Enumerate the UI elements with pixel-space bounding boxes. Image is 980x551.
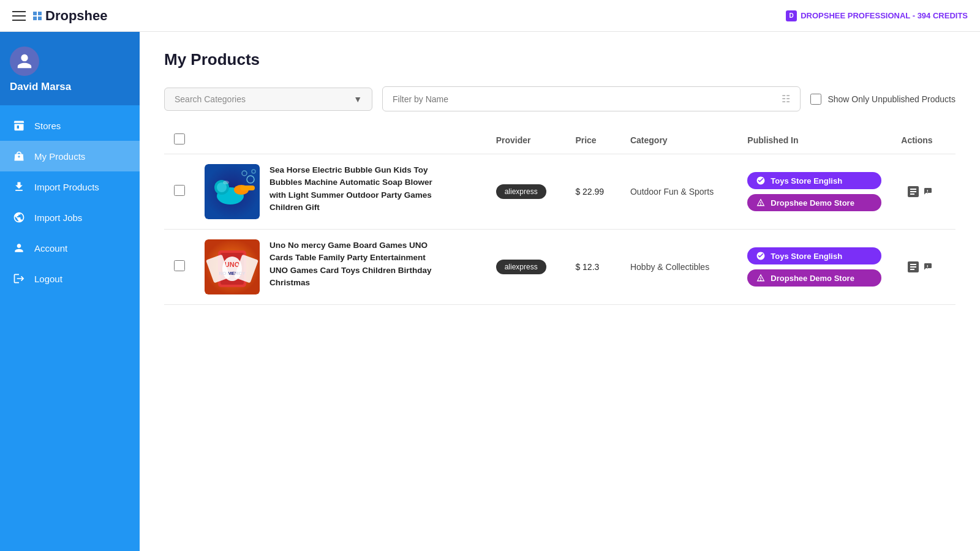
actions-icon (906, 184, 921, 199)
layout: David Marsa Stores My Products Import Pr… (0, 32, 980, 551)
sidebar-item-my-products[interactable]: My Products (0, 141, 140, 171)
published-badge[interactable]: Dropshee Demo Store (747, 194, 881, 211)
top-navigation: Dropshee D DROPSHEE PROFESSIONAL - 394 C… (0, 0, 980, 32)
actions-icon (906, 260, 921, 274)
sidebar: David Marsa Stores My Products Import Pr… (0, 32, 140, 551)
product-title: Uno No mercy Game Board Games UNO Cards … (270, 239, 441, 289)
sidebar-label-stores: Stores (34, 121, 61, 131)
sidebar-item-logout[interactable]: Logout (0, 263, 140, 294)
svg-rect-5 (240, 186, 255, 190)
sidebar-label-my-products: My Products (34, 151, 85, 162)
badge-label: Dropshee Demo Store (771, 198, 854, 208)
avatar (10, 47, 39, 76)
filters-bar: Search Categories ▼ ☷ Show Only Unpublis… (164, 86, 956, 111)
svg-text:UNO: UNO (225, 261, 240, 268)
col-category: Category (620, 126, 737, 154)
product-category: Outdoor Fun & Sports (630, 187, 714, 197)
brand-logo: Dropshee (33, 8, 107, 24)
sidebar-item-account[interactable]: Account (0, 233, 140, 263)
select-all-header (164, 126, 195, 154)
search-categories-dropdown[interactable]: Search Categories ▼ (164, 88, 372, 111)
select-all-checkbox[interactable] (174, 133, 185, 144)
action-button[interactable] (901, 256, 946, 278)
brand-icon (33, 12, 42, 20)
published-badges: Toys Store EnglishDropshee Demo Store (747, 172, 881, 211)
nav-right: D DROPSHEE PROFESSIONAL - 394 CREDITS (786, 10, 968, 21)
sidebar-label-account: Account (34, 243, 67, 253)
product-image (205, 164, 260, 219)
table-row: Sea Horse Electric Bubble Gun Kids Toy B… (164, 154, 956, 230)
product-price: $ 12.3 (575, 262, 599, 272)
sidebar-item-import-jobs[interactable]: Import Jobs (0, 202, 140, 233)
credits-icon: D (786, 10, 797, 21)
sidebar-item-stores[interactable]: Stores (0, 110, 140, 141)
provider-badge: aliexpress (496, 184, 546, 199)
sidebar-label-import-jobs: Import Jobs (34, 212, 82, 223)
chevron-down-icon: ▼ (353, 94, 362, 104)
sidebar-item-import-products[interactable]: Import Products (0, 171, 140, 202)
sidebar-label-logout: Logout (34, 274, 62, 284)
row-checkbox[interactable] (174, 260, 185, 271)
svg-point-9 (223, 181, 229, 184)
plan-label: DROPSHEE PROFESSIONAL - 394 CREDITS (801, 11, 968, 20)
col-published-in: Published In (737, 126, 891, 154)
product-category: Hobby & Collectibles (630, 262, 709, 272)
nav-left: Dropshee (12, 8, 107, 24)
product-cell: UNO NO MERCY Uno No mercy Game Board Gam… (205, 239, 477, 294)
products-table: Provider Price Category Published In Act… (164, 126, 956, 305)
table-row: UNO NO MERCY Uno No mercy Game Board Gam… (164, 230, 956, 305)
unpublished-checkbox[interactable] (810, 94, 821, 105)
add-icon (923, 187, 933, 197)
logout-icon (12, 272, 26, 285)
product-image: UNO NO MERCY (205, 239, 260, 294)
upload-icon (12, 180, 26, 193)
globe-icon (12, 211, 26, 224)
filter-icon: ☷ (782, 93, 790, 105)
published-badge[interactable]: Toys Store English (747, 172, 881, 189)
sidebar-label-import-products: Import Products (34, 182, 99, 192)
product-cell: Sea Horse Electric Bubble Gun Kids Toy B… (205, 164, 477, 219)
action-button[interactable] (901, 181, 946, 203)
badge-label: Dropshee Demo Store (771, 274, 854, 283)
sidebar-user: David Marsa (0, 32, 140, 105)
table-header: Provider Price Category Published In Act… (164, 126, 956, 154)
published-badge[interactable]: Dropshee Demo Store (747, 269, 881, 287)
main-content: My Products Search Categories ▼ ☷ Show O… (140, 32, 980, 551)
col-product (195, 126, 486, 154)
person-icon (12, 241, 26, 255)
page-title: My Products (164, 50, 956, 69)
bag-icon (12, 149, 26, 163)
col-price: Price (565, 126, 620, 154)
product-price: $ 22.99 (575, 187, 604, 197)
filter-by-name-container: ☷ (382, 86, 801, 111)
hamburger-menu[interactable] (12, 11, 26, 21)
badge-label: Toys Store English (771, 176, 842, 186)
badge-label: Toys Store English (771, 252, 842, 261)
filter-by-name-input[interactable] (393, 94, 777, 104)
col-actions: Actions (891, 126, 956, 154)
products-tbody: Sea Horse Electric Bubble Gun Kids Toy B… (164, 154, 956, 305)
product-title: Sea Horse Electric Bubble Gun Kids Toy B… (270, 164, 441, 214)
provider-badge: aliexpress (496, 260, 546, 274)
username: David Marsa (10, 81, 71, 93)
sidebar-nav: Stores My Products Import Products Impor… (0, 105, 140, 551)
unpublished-filter-label: Show Only Unpublished Products (810, 94, 956, 105)
credits-badge: D DROPSHEE PROFESSIONAL - 394 CREDITS (786, 10, 968, 21)
add-icon (923, 262, 933, 272)
row-checkbox[interactable] (174, 185, 185, 196)
published-badges: Toys Store EnglishDropshee Demo Store (747, 247, 881, 287)
store-icon (12, 119, 26, 132)
unpublished-label: Show Only Unpublished Products (827, 94, 956, 104)
published-badge[interactable]: Toys Store English (747, 247, 881, 264)
col-provider: Provider (486, 126, 566, 154)
brand-name: Dropshee (45, 8, 107, 24)
search-categories-label: Search Categories (175, 94, 246, 104)
